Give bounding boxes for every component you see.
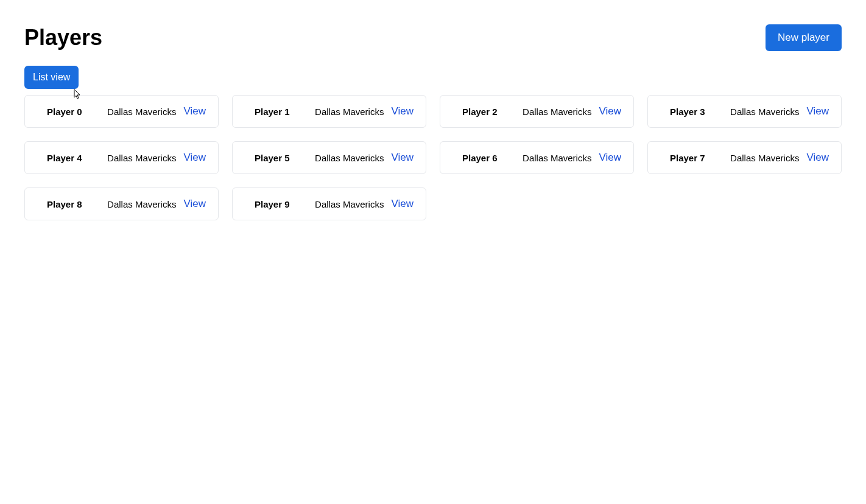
player-team: Dallas Mavericks	[523, 107, 591, 117]
player-team: Dallas Mavericks	[107, 153, 176, 163]
player-team: Dallas Mavericks	[730, 107, 799, 117]
view-player-link[interactable]: View	[599, 152, 621, 164]
player-card: Player 8Dallas MavericksView	[24, 187, 219, 220]
player-card: Player 1Dallas MavericksView	[232, 95, 426, 128]
player-name: Player 8	[37, 199, 82, 209]
page-header: Players New player	[24, 24, 842, 51]
player-team: Dallas Mavericks	[315, 199, 384, 209]
view-player-link[interactable]: View	[391, 198, 414, 210]
list-view-toggle-button[interactable]: List view	[24, 66, 79, 89]
toolbar: List view	[24, 66, 842, 89]
view-player-link[interactable]: View	[806, 105, 829, 117]
player-team: Dallas Mavericks	[730, 153, 799, 163]
player-team: Dallas Mavericks	[315, 153, 384, 163]
player-name: Player 5	[245, 153, 290, 163]
player-team: Dallas Mavericks	[523, 153, 591, 163]
player-card: Player 3Dallas MavericksView	[647, 95, 842, 128]
player-card: Player 7Dallas MavericksView	[647, 141, 842, 174]
view-player-link[interactable]: View	[806, 152, 829, 164]
player-team: Dallas Mavericks	[107, 107, 176, 117]
player-card: Player 2Dallas MavericksView	[440, 95, 634, 128]
player-card: Player 6Dallas MavericksView	[440, 141, 634, 174]
player-name: Player 6	[452, 153, 498, 163]
page-title: Players	[24, 25, 102, 51]
player-team: Dallas Mavericks	[107, 199, 176, 209]
player-name: Player 2	[452, 107, 498, 117]
player-card: Player 5Dallas MavericksView	[232, 141, 426, 174]
player-name: Player 4	[37, 153, 82, 163]
view-player-link[interactable]: View	[391, 152, 414, 164]
player-name: Player 0	[37, 107, 82, 117]
player-name: Player 3	[660, 107, 705, 117]
player-team: Dallas Mavericks	[315, 107, 384, 117]
new-player-button[interactable]: New player	[766, 24, 842, 51]
view-player-link[interactable]: View	[183, 105, 206, 117]
player-card: Player 4Dallas MavericksView	[24, 141, 219, 174]
player-name: Player 1	[245, 107, 290, 117]
player-card: Player 9Dallas MavericksView	[232, 187, 426, 220]
view-player-link[interactable]: View	[183, 198, 206, 210]
view-player-link[interactable]: View	[183, 152, 206, 164]
view-player-link[interactable]: View	[599, 105, 621, 117]
player-name: Player 9	[245, 199, 290, 209]
players-grid: Player 0Dallas MavericksViewPlayer 1Dall…	[24, 95, 842, 220]
player-card: Player 0Dallas MavericksView	[24, 95, 219, 128]
player-name: Player 7	[660, 153, 705, 163]
view-player-link[interactable]: View	[391, 105, 414, 117]
